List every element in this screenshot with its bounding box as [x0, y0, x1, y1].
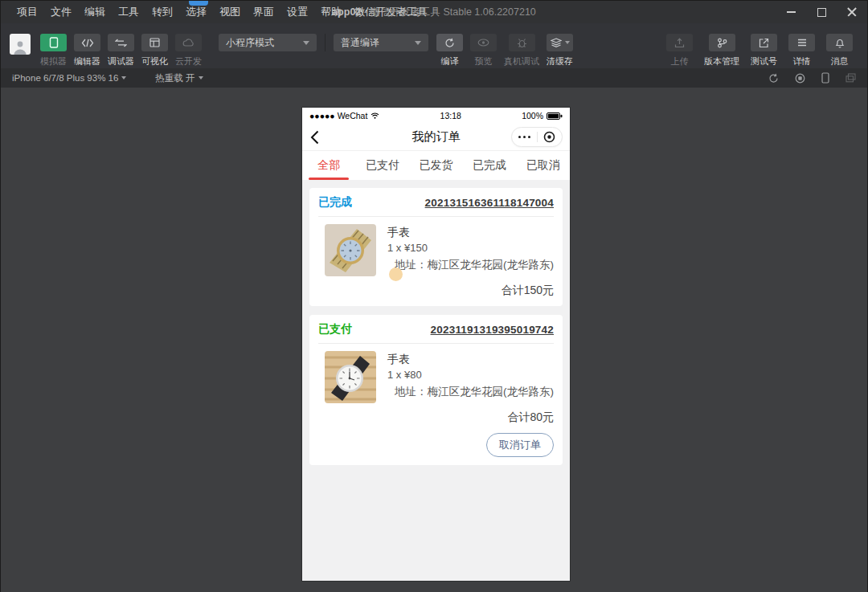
remote-debug-action[interactable]: 真机调试 — [504, 34, 539, 67]
visualize-label: 可视化 — [141, 55, 168, 67]
menubar: 项目 文件 编辑 工具 转到 选择 视图 界面 设置 帮助 微信开发者工具 — [1, 1, 434, 23]
product-image — [325, 351, 376, 403]
record-icon[interactable] — [795, 73, 805, 84]
tab-cancelled[interactable]: 已取消 — [516, 151, 570, 180]
reload-icon[interactable] — [768, 73, 779, 84]
hot-reload-toggle[interactable]: 热重载 开 — [155, 72, 203, 84]
clear-cache-label: 清缓存 — [547, 55, 573, 67]
device-bar-icons — [768, 72, 856, 84]
order-card-body: 手表 1 x ¥80 地址：梅江区龙华花园(龙华路东) 合计80元 — [318, 344, 554, 425]
menu-help[interactable]: 帮助 — [314, 1, 348, 23]
user-icon — [12, 39, 28, 55]
battery-icon — [547, 112, 563, 120]
ellipsis-icon — [518, 136, 531, 139]
simulator-toggle[interactable]: 模拟器 — [40, 34, 67, 67]
upload-button — [666, 34, 693, 51]
device-frame-icon[interactable] — [821, 72, 829, 84]
upload-action[interactable]: 上传 — [666, 34, 693, 67]
editor-button — [74, 34, 100, 51]
maximize-icon — [817, 8, 826, 17]
visualize-toggle[interactable]: 可视化 — [141, 34, 168, 67]
preview-action[interactable]: 预览 — [470, 34, 497, 67]
product-image — [325, 224, 376, 276]
tab-completed[interactable]: 已完成 — [463, 151, 517, 180]
messages-action[interactable]: 消息 — [826, 34, 853, 67]
toolbar-right-actions: 上传 版本管理 测试号 详情 — [655, 34, 853, 67]
menu-project[interactable]: 项目 — [10, 1, 44, 23]
details-action[interactable]: 详情 — [788, 34, 815, 67]
tab-paid[interactable]: 已支付 — [356, 151, 410, 180]
messages-label: 消息 — [831, 55, 849, 67]
chevron-left-icon — [310, 130, 319, 145]
chevron-down-icon — [121, 76, 126, 80]
preview-button — [470, 34, 497, 51]
menu-settings[interactable]: 设置 — [280, 1, 314, 23]
version-mgmt-action[interactable]: 版本管理 — [704, 34, 739, 67]
mode-select-value: 小程序模式 — [226, 36, 274, 50]
remote-debug-button — [509, 34, 535, 51]
menu-interface[interactable]: 界面 — [247, 1, 280, 23]
menu-file[interactable]: 文件 — [44, 1, 78, 23]
device-bar: iPhone 6/7/8 Plus 93% 16 热重载 开 — [1, 68, 867, 88]
simulator-screen: ●●●●● WeChat 13:18 100% 我的订单 — [302, 108, 570, 581]
external-link-icon — [759, 38, 769, 48]
phone-nav-bar: 我的订单 — [302, 124, 570, 151]
cloud-dev-label: 云开发 — [175, 55, 202, 67]
debugger-label: 调试器 — [108, 55, 134, 67]
window-controls — [776, 1, 867, 23]
cancel-order-button[interactable]: 取消订单 — [486, 433, 554, 457]
code-icon — [81, 39, 94, 47]
minimize-button[interactable] — [776, 1, 806, 23]
toolbar: 模拟器 编辑器 调试器 可视化 云开发 小程序 — [1, 23, 867, 68]
compile-action[interactable]: 编译 — [436, 34, 463, 67]
menu-wechat-devtools[interactable]: 微信开发者工具 — [348, 1, 434, 23]
cloud-dev-toggle[interactable]: 云开发 — [175, 34, 202, 67]
cloud-icon — [182, 39, 194, 47]
tab-shipped[interactable]: 已发货 — [409, 151, 463, 180]
compile-label: 编译 — [441, 55, 459, 67]
clear-cache-button — [547, 34, 573, 51]
workspace: ●●●●● WeChat 13:18 100% 我的订单 — [1, 88, 867, 592]
menu-view[interactable]: 视图 — [213, 1, 247, 23]
order-card-header: 已完成 202131516361118147004 — [318, 195, 554, 217]
order-actions: 取消订单 — [318, 433, 554, 457]
more-button[interactable] — [512, 128, 537, 146]
home-button[interactable] — [538, 128, 563, 146]
close-icon — [847, 7, 857, 17]
refresh-icon — [444, 38, 455, 48]
details-button — [788, 34, 815, 51]
swap-arrows-icon — [115, 39, 127, 47]
back-button[interactable] — [310, 129, 326, 145]
product-name: 手表 — [387, 224, 554, 240]
order-status-badge: 已支付 — [318, 322, 352, 337]
quantity-price: 1 x ¥150 — [387, 240, 554, 256]
test-account-action[interactable]: 测试号 — [751, 34, 777, 67]
debugger-toggle[interactable]: 调试器 — [108, 34, 134, 67]
minimize-icon — [787, 11, 796, 13]
version-mgmt-button — [709, 34, 735, 51]
debugger-button — [108, 34, 134, 51]
simulator-button — [40, 34, 67, 51]
menu-edit[interactable]: 编辑 — [78, 1, 112, 23]
mode-select[interactable]: 小程序模式 — [219, 34, 317, 51]
close-button[interactable] — [837, 1, 867, 23]
order-info: 手表 1 x ¥150 地址：梅江区龙华花园(龙华路东) 合计150元 — [376, 224, 554, 298]
eye-icon — [477, 39, 489, 47]
battery-percent-text: 100% — [522, 111, 543, 120]
layout-grid-icon — [149, 38, 160, 47]
cascade-windows-icon[interactable] — [845, 73, 856, 83]
menu-goto[interactable]: 转到 — [145, 1, 179, 23]
clear-cache-action[interactable]: 清缓存 — [547, 34, 573, 67]
device-selector[interactable]: iPhone 6/7/8 Plus 93% 16 — [12, 73, 126, 83]
editor-toggle[interactable]: 编辑器 — [74, 34, 100, 67]
taskbar-peek-icon — [189, 1, 208, 6]
order-card-body: 手表 1 x ¥150 地址：梅江区龙华花园(龙华路东) 合计150元 — [318, 217, 554, 298]
tab-all[interactable]: 全部 — [302, 151, 356, 180]
avatar[interactable] — [10, 34, 31, 55]
phone-icon — [49, 37, 59, 48]
floating-dot-widget[interactable] — [389, 267, 403, 281]
menu-tools[interactable]: 工具 — [112, 1, 145, 23]
simulator-label: 模拟器 — [40, 55, 67, 67]
compile-mode-select[interactable]: 普通编译 — [334, 34, 428, 51]
maximize-button[interactable] — [806, 1, 837, 23]
